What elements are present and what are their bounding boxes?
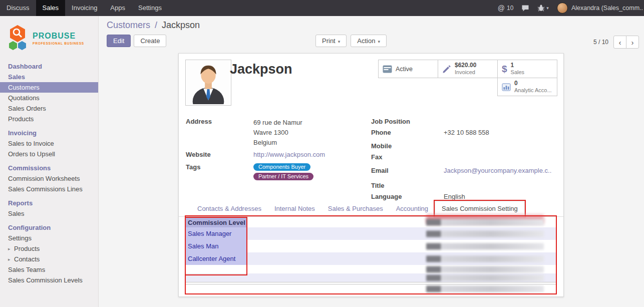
tab-contacts-addresses[interactable]: Contacts & Addresses bbox=[191, 201, 268, 216]
pager-next-button[interactable]: › bbox=[626, 36, 639, 49]
user-menu[interactable]: Alexandra (Sales_comm.. bbox=[557, 3, 643, 14]
invoiced-stat-button[interactable]: $620.00 Invoiced bbox=[438, 60, 498, 78]
sidebar-item-orders-to-upsell[interactable]: Orders to Upsell bbox=[0, 149, 98, 159]
commission-level-cell[interactable]: Callcenter Agent bbox=[186, 252, 246, 265]
sidebar-item-label: Settings bbox=[8, 234, 32, 242]
address-label: Address bbox=[186, 118, 253, 125]
user-name: Alexandra (Sales_comm.. bbox=[571, 5, 643, 12]
address-value: 69 rue de Namur Wavre 1300 Belgium bbox=[253, 118, 302, 148]
sidebar-item-sales[interactable]: Sales bbox=[0, 72, 98, 82]
sales-label: Sales bbox=[511, 69, 525, 76]
address-line-2: Wavre 1300 bbox=[253, 128, 302, 138]
sidebar-item-label: Sales bbox=[8, 210, 25, 217]
user-avatar bbox=[557, 3, 568, 14]
chevron-left-icon: ‹ bbox=[619, 38, 621, 47]
sidebar-item-customers[interactable]: Customers bbox=[0, 82, 98, 93]
edit-button[interactable]: Edit bbox=[107, 35, 131, 47]
sidebar-item-sales-commissions-lines[interactable]: Sales Commissions Lines bbox=[0, 184, 98, 194]
email-link[interactable]: Jackpson@yourcompany.example.c.. bbox=[444, 167, 551, 174]
address-line-3: Belgium bbox=[253, 138, 302, 148]
stat-buttons: Active $620.00 Invoiced $ 1 Sales 0 bbox=[376, 60, 557, 96]
pager-prev-button[interactable]: ‹ bbox=[613, 36, 626, 49]
pager-counter: 5 / 10 bbox=[593, 39, 608, 46]
language-label: Language bbox=[371, 193, 444, 200]
table-row[interactable]: Sales Manager bbox=[186, 227, 556, 240]
sidebar-item-label: Orders to Upsell bbox=[8, 150, 55, 158]
sidebar-item-label: Quotations bbox=[8, 94, 40, 102]
analytic-stat-button[interactable]: 0 Analytic Acco... bbox=[497, 78, 557, 96]
sidebar-item-invoicing[interactable]: Invoicing bbox=[0, 128, 98, 138]
commission-level-cell[interactable]: Sales Man bbox=[186, 240, 246, 252]
tags-value: Components Buyer Partner / IT Services bbox=[253, 163, 313, 180]
page-title: Jackpson bbox=[230, 62, 292, 77]
tab-sales-purchases[interactable]: Sales & Purchases bbox=[321, 201, 390, 216]
phone-label: Phone bbox=[371, 129, 444, 136]
sidebar-item-config-products[interactable]: ▸Products bbox=[0, 243, 98, 254]
menu-apps[interactable]: Apps bbox=[104, 0, 132, 16]
commission-level-cell[interactable]: Sales Manager bbox=[186, 227, 246, 240]
sidebar-item-configuration[interactable]: Configuration bbox=[0, 222, 98, 233]
active-label: Active bbox=[396, 66, 413, 73]
sidebar-item-commissions[interactable]: Commissions bbox=[0, 163, 98, 173]
sidebar-item-settings[interactable]: Settings bbox=[0, 233, 98, 243]
form-sheet: Jackpson Active $620.00 Invoiced $ 1 Sal… bbox=[178, 53, 564, 297]
sidebar-item-reports[interactable]: Reports bbox=[0, 198, 98, 208]
sidebar-item-label: Sales Orders bbox=[8, 105, 46, 112]
debug-menu[interactable]: ▾ bbox=[537, 5, 549, 12]
table-row[interactable]: Callcenter Agent bbox=[186, 252, 556, 265]
breadcrumb-current: Jackpson bbox=[162, 20, 200, 30]
mention-counter[interactable]: @ 10 bbox=[498, 4, 514, 12]
tab-accounting[interactable]: Accounting bbox=[390, 201, 435, 216]
active-stat-button[interactable]: Active bbox=[378, 60, 438, 78]
sidebar-item-sales-orders[interactable]: Sales Orders bbox=[0, 103, 98, 114]
menu-sales[interactable]: Sales bbox=[36, 0, 66, 16]
businessman-avatar-image bbox=[187, 61, 230, 104]
window-icon bbox=[383, 65, 392, 73]
chevron-down-icon: ▾ bbox=[546, 6, 549, 11]
field-grid: Address 69 rue de Namur Wavre 1300 Belgi… bbox=[186, 118, 556, 204]
expand-icon: ▸ bbox=[8, 246, 12, 251]
sidebar-item-config-contacts[interactable]: ▸Contacts bbox=[0, 254, 98, 264]
sales-stat-button[interactable]: $ 1 Sales bbox=[497, 60, 557, 78]
menu-invoicing[interactable]: Invoicing bbox=[65, 0, 104, 16]
address-line-1: 69 rue de Namur bbox=[253, 118, 302, 128]
expand-icon: ▸ bbox=[8, 257, 12, 262]
commission-level-header[interactable]: Commission Level bbox=[186, 217, 246, 227]
sidebar-item-label: Sales Commission Levels bbox=[8, 276, 83, 284]
menu-discuss[interactable]: Discuss bbox=[0, 0, 36, 16]
print-dropdown[interactable]: Print▾ bbox=[315, 35, 347, 47]
sidebar-item-label: Contacts bbox=[14, 255, 40, 263]
action-dropdown[interactable]: Action▾ bbox=[351, 35, 387, 47]
email-label: Email bbox=[371, 167, 444, 174]
customer-photo[interactable] bbox=[185, 60, 231, 106]
sidebar-item-sales-to-invoice[interactable]: Sales to Invoice bbox=[0, 138, 98, 149]
sidebar-item-label: Products bbox=[8, 115, 34, 123]
sidebar-item-label: Customers bbox=[8, 84, 40, 91]
create-button[interactable]: Create bbox=[134, 35, 166, 47]
topbar: Discuss Sales Invoicing Apps Settings @ … bbox=[0, 0, 644, 16]
messages-icon[interactable] bbox=[521, 5, 529, 12]
redacted-block bbox=[426, 230, 544, 237]
sidebar-item-commission-worksheets[interactable]: Commission Worksheets bbox=[0, 173, 98, 184]
breadcrumb: Customers / Jackpson bbox=[107, 20, 200, 31]
logo-title: PROBUSE bbox=[33, 32, 84, 41]
table-empty-row bbox=[186, 284, 556, 293]
probuse-logo[interactable]: PROBUSE PROFESSIONAL BUSINESS bbox=[0, 16, 98, 61]
sidebar: PROBUSE PROFESSIONAL BUSINESS Dashboard … bbox=[0, 16, 99, 307]
mention-count: 10 bbox=[507, 5, 513, 12]
tab-internal-notes[interactable]: Internal Notes bbox=[268, 201, 321, 216]
sidebar-item-products[interactable]: Products bbox=[0, 114, 98, 124]
sidebar-item-reports-sales[interactable]: Sales bbox=[0, 208, 98, 219]
sidebar-item-quotations[interactable]: Quotations bbox=[0, 93, 98, 103]
pencil-icon bbox=[442, 65, 451, 74]
sidebar-item-sales-commission-levels[interactable]: Sales Commission Levels bbox=[0, 275, 98, 285]
menu-settings[interactable]: Settings bbox=[132, 0, 168, 16]
redacted-block bbox=[426, 285, 544, 292]
website-link[interactable]: http://www.jackpson.com bbox=[253, 151, 325, 158]
sidebar-item-dashboard[interactable]: Dashboard bbox=[0, 61, 98, 72]
table-row[interactable]: Sales Man bbox=[186, 240, 556, 252]
sidebar-item-sales-teams[interactable]: Sales Teams bbox=[0, 264, 98, 275]
sidebar-item-label: Products bbox=[14, 245, 40, 252]
language-value: English bbox=[444, 193, 465, 200]
breadcrumb-customers-link[interactable]: Customers bbox=[107, 20, 150, 30]
